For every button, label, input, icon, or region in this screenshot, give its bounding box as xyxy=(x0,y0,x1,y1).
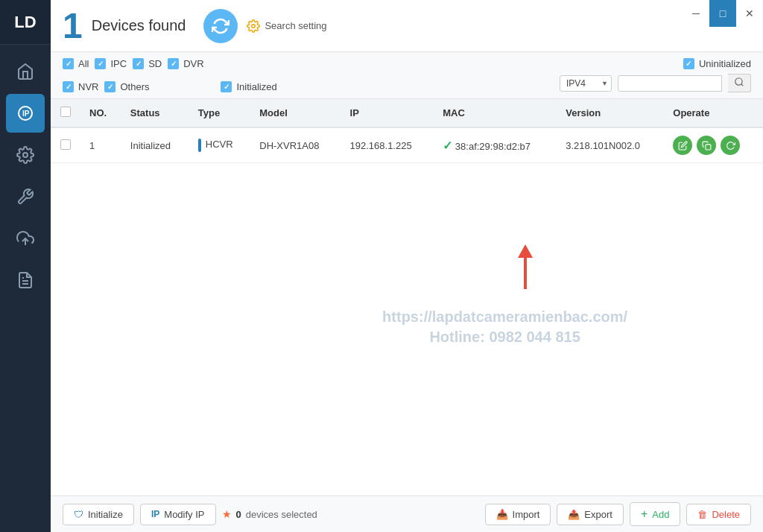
search-setting-label: Search setting xyxy=(265,20,326,31)
import-button[interactable]: 📥 Import xyxy=(485,504,551,525)
svg-point-6 xyxy=(252,24,256,28)
table-wrapper: NO. Status Type Model IP MAC Version Ope… xyxy=(51,99,763,495)
col-status: Status xyxy=(121,99,189,127)
delete-icon: 🗑 xyxy=(697,509,707,520)
delete-button[interactable]: 🗑 Delete xyxy=(686,504,751,525)
add-button[interactable]: + Add xyxy=(630,502,680,526)
col-mac: MAC xyxy=(434,99,557,127)
filter-group: All IPC SD DVR NVR Others xyxy=(63,58,557,92)
type-badge xyxy=(198,139,201,152)
window-controls: ─ □ ✕ xyxy=(683,0,763,27)
filter-others[interactable]: Others xyxy=(104,81,149,92)
ipv4-select[interactable]: IPV4 IPV6 xyxy=(560,75,612,92)
filter-uninitialized-label: Uninitialized xyxy=(699,58,751,69)
delete-label: Delete xyxy=(712,509,740,520)
cell-operate xyxy=(664,127,763,163)
svg-text:IP: IP xyxy=(22,110,30,118)
filter-dvr[interactable]: DVR xyxy=(168,58,203,69)
col-ip: IP xyxy=(341,99,434,127)
watermark-url: https://lapdatcameramienbac.com/ xyxy=(382,308,627,326)
selected-count: 0 xyxy=(236,509,241,520)
watermark-hotline: Hotline: 0982 044 815 xyxy=(382,329,627,346)
maximize-button[interactable]: □ xyxy=(709,0,736,27)
import-label: Import xyxy=(513,509,540,520)
operate-buttons xyxy=(673,136,754,155)
search-input[interactable] xyxy=(618,75,722,92)
filter-initialized-label: Initialized xyxy=(236,81,276,92)
svg-point-7 xyxy=(735,78,742,85)
initialize-button[interactable]: 🛡 Initialize xyxy=(63,504,134,525)
sidebar: LD IP xyxy=(0,0,51,532)
sidebar-item-settings[interactable] xyxy=(6,136,45,174)
filter-nvr-checkbox[interactable] xyxy=(63,81,74,92)
cell-ip: 192.168.1.225 xyxy=(341,127,434,163)
filter-sd-label: SD xyxy=(148,58,162,69)
edit-button[interactable] xyxy=(673,136,692,155)
filter-nvr-label: NVR xyxy=(78,81,98,92)
logo-icon: LD xyxy=(14,13,36,32)
table-header: NO. Status Type Model IP MAC Version Ope… xyxy=(51,99,763,127)
filter-sd[interactable]: SD xyxy=(133,58,162,69)
filter-all[interactable]: All xyxy=(63,58,89,69)
filter-initialized-checkbox[interactable] xyxy=(221,81,232,92)
cell-type: HCVR xyxy=(189,127,250,163)
filter-ipc-label: IPC xyxy=(110,58,127,69)
filter-others-checkbox[interactable] xyxy=(104,81,115,92)
cell-no: 1 xyxy=(80,127,121,163)
import-icon: 📥 xyxy=(496,509,508,520)
device-count: 1 xyxy=(63,8,83,44)
export-button[interactable]: 📤 Export xyxy=(557,504,624,525)
filter-uninitialized[interactable]: Uninitialized xyxy=(683,58,751,69)
filter-ipc-checkbox[interactable] xyxy=(95,58,106,69)
filter-ipc[interactable]: IPC xyxy=(95,58,127,69)
filter-initialized[interactable]: Initialized xyxy=(221,81,276,92)
filter-bar: All IPC SD DVR NVR Others xyxy=(51,52,763,99)
modify-ip-label: Modify IP xyxy=(164,509,204,520)
sidebar-item-home[interactable] xyxy=(6,52,45,91)
cell-version: 3.218.101N002.0 xyxy=(557,127,664,163)
export-icon: 📤 xyxy=(568,509,580,520)
filter-nvr[interactable]: NVR xyxy=(63,81,98,92)
row-checkbox[interactable] xyxy=(60,139,71,150)
devices-selected-label: devices selected xyxy=(246,509,317,520)
initialize-icon: 🛡 xyxy=(74,509,83,520)
sidebar-item-tools[interactable] xyxy=(6,177,45,216)
filter-dvr-label: DVR xyxy=(183,58,203,69)
filter-all-label: All xyxy=(78,58,89,69)
sidebar-nav: IP xyxy=(0,45,51,300)
col-version: Version xyxy=(557,99,664,127)
refresh-op-button[interactable] xyxy=(721,136,740,155)
main-content: 1 Devices found Search setting ─ □ ✕ xyxy=(51,0,763,532)
sidebar-item-files[interactable] xyxy=(6,261,45,300)
sidebar-item-devices[interactable]: IP xyxy=(6,94,45,133)
cell-status: Initialized xyxy=(121,127,189,163)
col-type: Type xyxy=(189,99,250,127)
copy-button[interactable] xyxy=(697,136,716,155)
svg-rect-9 xyxy=(706,144,711,149)
filter-sd-checkbox[interactable] xyxy=(133,58,144,69)
filter-dvr-checkbox[interactable] xyxy=(168,58,179,69)
page-title: Devices found xyxy=(92,17,186,34)
filter-uninitialized-checkbox[interactable] xyxy=(683,58,694,69)
minimize-button[interactable]: ─ xyxy=(683,0,709,27)
search-button[interactable] xyxy=(728,74,751,92)
filter-others-label: Others xyxy=(120,81,149,92)
svg-marker-11 xyxy=(518,244,533,258)
sidebar-item-upload[interactable] xyxy=(6,219,45,258)
add-label: Add xyxy=(652,509,669,520)
table-container: NO. Status Type Model IP MAC Version Ope… xyxy=(51,99,763,163)
svg-line-8 xyxy=(741,84,744,86)
bottom-bar: 🛡 Initialize IP Modify IP ★ 0 devices se… xyxy=(51,495,763,532)
ipv4-selector-wrapper: IPV4 IPV6 xyxy=(560,75,612,92)
select-all-checkbox[interactable] xyxy=(60,107,71,117)
export-label: Export xyxy=(584,509,612,520)
filter-all-checkbox[interactable] xyxy=(63,58,74,69)
cell-mac: ✓ 38:af:29:98:d2:b7 xyxy=(434,127,557,163)
col-model: Model xyxy=(250,99,341,127)
search-setting-button[interactable]: Search setting xyxy=(247,19,326,33)
modify-ip-button[interactable]: IP Modify IP xyxy=(140,504,216,525)
red-arrow xyxy=(510,244,540,306)
close-button[interactable]: ✕ xyxy=(736,0,763,27)
refresh-button[interactable] xyxy=(203,9,238,43)
devices-table: NO. Status Type Model IP MAC Version Ope… xyxy=(51,99,763,163)
